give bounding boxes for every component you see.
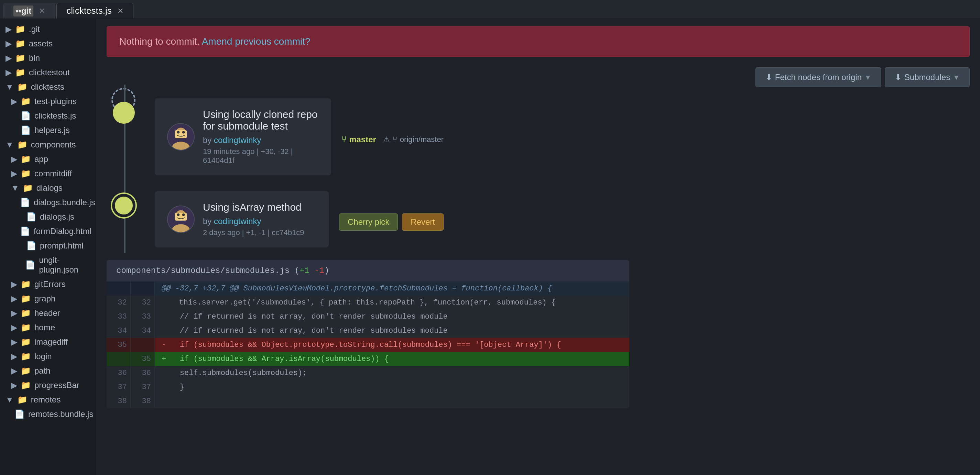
sidebar-item-label: app: [34, 154, 48, 164]
sidebar-item-commitdiff[interactable]: ▶ 📁 commitdiff: [0, 166, 96, 181]
caret-icon: ▶: [11, 323, 17, 332]
sidebar-item-formDialog[interactable]: 📄 formDialog.html: [0, 224, 96, 238]
diff-row-32: 32 32 this.server.get('/submodules', { p…: [107, 295, 629, 310]
tab-ungit[interactable]: ▪▪git ✕: [3, 3, 55, 19]
cherry-pick-button[interactable]: Cherry pick: [339, 213, 398, 230]
main-layout: ▶ 📁 .git ▶ 📁 assets ▶ 📁 bin ▶ 📁 clicktes…: [0, 19, 980, 475]
sidebar-item-remotes-bundle[interactable]: 📄 remotes.bundle.js: [0, 407, 96, 421]
caret-icon: ▼: [11, 183, 19, 193]
sidebar-item-login[interactable]: ▶ 📁 login: [0, 349, 96, 364]
submodules-button-label: Submodules: [904, 73, 950, 82]
diff-linenum-new-32: 32: [130, 295, 155, 310]
commit-actions-area: Cherry pick Revert: [339, 191, 444, 253]
graph-area-master: [107, 98, 148, 181]
diff-linenum-old-35-empty: [107, 352, 130, 366]
sidebar-item-git[interactable]: ▶ 📁 .git: [0, 22, 96, 37]
svg-rect-9: [175, 213, 187, 221]
sidebar-item-clicktestout[interactable]: ▶ 📁 clicktestout: [0, 65, 96, 80]
sidebar-item-clicktests[interactable]: ▼ 📁 clicktests: [0, 80, 96, 94]
diff-file-path: components/submodules/submodules.js: [116, 266, 290, 275]
sidebar-item-progressbar[interactable]: ▶ 📁 progressBar: [0, 378, 96, 392]
folder-icon-components: 📁: [17, 140, 27, 149]
folder-icon-clicktests: 📁: [17, 82, 27, 92]
commit-author-1: by codingtwinky: [203, 135, 319, 145]
sidebar-item-dialogs-js[interactable]: 📄 dialogs.js: [0, 210, 96, 224]
branch-label-area: ⑂ master ⚠ ⑂ origin/master: [342, 98, 444, 181]
sidebar-item-path[interactable]: ▶ 📁 path: [0, 364, 96, 378]
fetch-button-label: Fetch nodes from origin: [775, 73, 862, 82]
diff-content-33: // if returned is not array, don't rende…: [155, 310, 629, 324]
diff-content-34: // if returned is not array, don't rende…: [155, 324, 629, 338]
sidebar-item-label: dialogs.bundle.js: [34, 198, 95, 207]
tab-close-ungit[interactable]: ✕: [39, 6, 45, 16]
caret-icon: ▶: [11, 97, 17, 106]
fetch-button[interactable]: ⬇ Fetch nodes from origin ▼: [756, 67, 881, 87]
diff-row-38: 38 38: [107, 394, 629, 408]
graph-area-ring: [107, 191, 148, 253]
sidebar-item-label: components: [31, 140, 76, 149]
author-link-2[interactable]: codingtwinky: [214, 216, 261, 226]
diff-linenum-old-33: 33: [107, 310, 130, 324]
diff-linenum-new-35-empty: [130, 338, 155, 352]
folder-icon: 📁: [21, 308, 31, 318]
diff-linenum-new-36: 36: [130, 366, 155, 380]
sidebar-item-dialogs[interactable]: ▼ 📁 dialogs: [0, 181, 96, 195]
diff-body: @@ -32,7 +32,7 @@ SubmodulesViewModel.pr…: [107, 281, 629, 408]
sidebar-item-dialogs-bundle[interactable]: 📄 dialogs.bundle.js: [0, 195, 96, 210]
author-link-1[interactable]: codingtwinky: [214, 135, 261, 145]
sidebar-item-home[interactable]: ▶ 📁 home: [0, 320, 96, 335]
sidebar-item-test-plugins[interactable]: ▶ 📁 test-plugins: [0, 94, 96, 109]
sidebar-item-clicktests-js[interactable]: 📄 clicktests.js: [0, 109, 96, 123]
file-icon-doc: 📄: [14, 409, 25, 419]
folder-icon-bin: 📁: [15, 53, 25, 63]
caret-icon: ▶: [11, 280, 17, 289]
tab-close-clicktests[interactable]: ✕: [117, 6, 123, 16]
sidebar-item-app[interactable]: ▶ 📁 app: [0, 152, 96, 166]
folder-icon: 📁: [21, 366, 31, 376]
sidebar-item-label: clicktestout: [29, 68, 70, 77]
commit-hash-1: 61404d1f: [203, 156, 234, 165]
commit-time-1: 19 minutes ago: [203, 147, 255, 156]
commit-card-2: Using isArray method by codingtwinky 2 d…: [155, 191, 329, 248]
diff-content-37: }: [155, 380, 629, 394]
sidebar-item-label: progressBar: [34, 380, 80, 390]
sidebar-item-helpers-js[interactable]: 📄 helpers.js: [0, 123, 96, 138]
folder-icon: 📁: [23, 183, 33, 193]
sidebar-item-label: formDialog.html: [34, 227, 91, 236]
sidebar-item-components[interactable]: ▼ 📁 components: [0, 138, 96, 152]
svg-rect-3: [175, 130, 187, 138]
commit-card-1: Using locally cloned repo for submodule …: [155, 98, 331, 175]
diff-linenum-old-34: 34: [107, 324, 130, 338]
branch-icon: ⑂: [342, 135, 346, 145]
caret-icon: ▶: [11, 380, 17, 390]
sidebar-item-label: gitErrors: [34, 280, 66, 289]
folder-icon: 📁: [21, 280, 31, 289]
sidebar-item-imagediff[interactable]: ▶ 📁 imagediff: [0, 335, 96, 349]
graph-node-master: [113, 102, 135, 124]
tab-clicktests[interactable]: clicktests.js ✕: [56, 3, 133, 19]
sidebar-item-remotes[interactable]: ▼ 📁 remotes: [0, 392, 96, 407]
amend-link[interactable]: Amend previous commit?: [202, 36, 310, 47]
diff-row-33: 33 33 // if returned is not array, don't…: [107, 310, 629, 324]
sidebar-item-ungit-plugin[interactable]: 📄 ungit-plugin.json: [0, 253, 96, 277]
sidebar-item-prompt[interactable]: 📄 prompt.html: [0, 238, 96, 253]
sidebar-item-bin[interactable]: ▶ 📁 bin: [0, 51, 96, 65]
sidebar-item-graph[interactable]: ▶ 📁 graph: [0, 291, 96, 306]
chevron-down-icon2: ▼: [953, 73, 960, 81]
diff-row-removed-35: 35 - if (submodules && Object.prototype.…: [107, 338, 629, 352]
sidebar-item-label: graph: [34, 294, 56, 303]
commit-hash-2: cc74b1c9: [272, 228, 304, 237]
diff-row-36: 36 36 self.submodules(submodules);: [107, 366, 629, 380]
sidebar-item-header[interactable]: ▶ 📁 header: [0, 306, 96, 320]
sidebar-item-label: path: [34, 366, 51, 376]
revert-button[interactable]: Revert: [402, 213, 444, 230]
submodules-button[interactable]: ⬇ Submodules ▼: [885, 67, 970, 87]
svg-point-5: [182, 131, 185, 134]
commit-meta-2: 2 days ago | +1, -1 | cc74b1c9: [203, 228, 317, 237]
commit-title-2: Using isArray method: [203, 202, 317, 213]
sidebar-item-gitErrors[interactable]: ▶ 📁 gitErrors: [0, 277, 96, 291]
download-icon: ⬇: [765, 73, 772, 82]
branch-icon-origin: ⑂: [393, 135, 397, 144]
sidebar-item-assets[interactable]: ▶ 📁 assets: [0, 37, 96, 51]
commit-avatar-1: [167, 123, 195, 151]
